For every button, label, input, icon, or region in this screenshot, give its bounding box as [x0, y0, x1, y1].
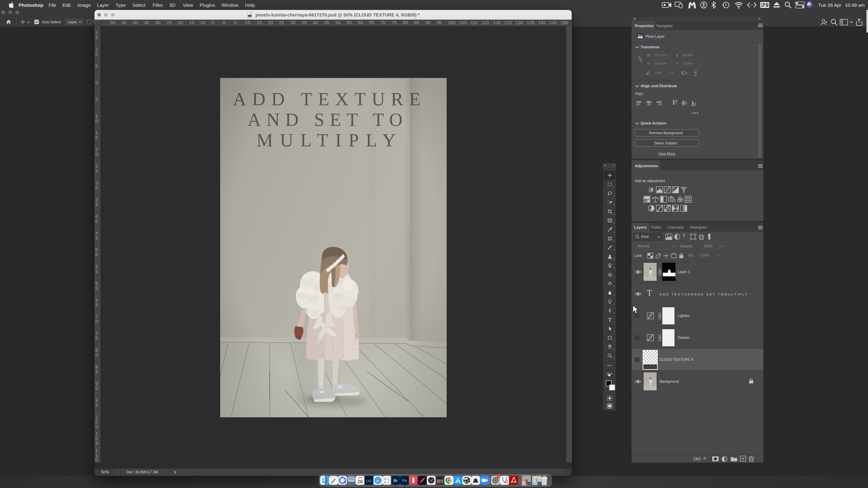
svg-text:A: A: [387, 477, 389, 481]
svg-text:Br: Br: [394, 479, 398, 483]
svg-text:26: 26: [358, 479, 363, 484]
svg-text:A: A: [384, 477, 386, 481]
svg-text:A: A: [384, 481, 386, 484]
svg-text:APR: APR: [358, 477, 362, 479]
svg-text:a: a: [388, 481, 389, 484]
svg-text:LrC: LrC: [366, 479, 372, 483]
svg-text:Ps: Ps: [249, 15, 251, 17]
svg-text:Ps: Ps: [528, 483, 530, 485]
svg-text:Ps: Ps: [402, 479, 407, 483]
